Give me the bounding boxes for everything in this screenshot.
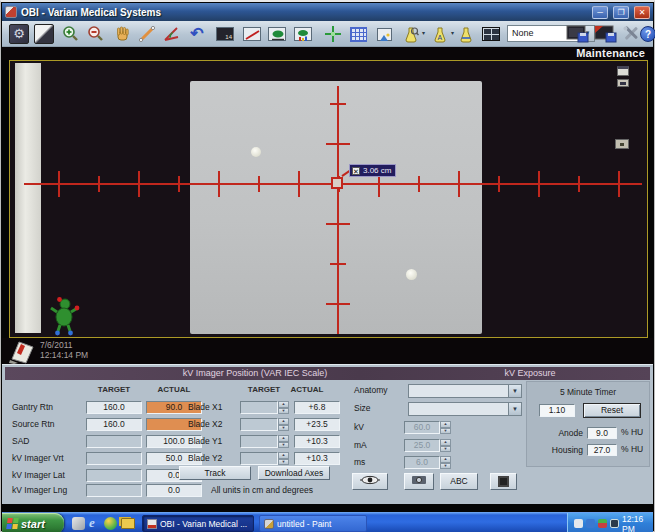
- zoom-out-button[interactable]: [85, 23, 107, 45]
- chevron-down-icon[interactable]: ▼: [508, 403, 521, 415]
- pane-tool-icon[interactable]: [615, 139, 629, 149]
- image-annotation-button[interactable]: [373, 23, 395, 45]
- field-stop-button[interactable]: [490, 473, 517, 490]
- spinner[interactable]: ▲▼: [278, 401, 289, 414]
- spinner-down-icon[interactable]: ▼: [278, 408, 289, 415]
- spinner-down-icon[interactable]: ▼: [278, 459, 289, 466]
- exposure-panel-title: kV Exposure: [445, 367, 615, 380]
- zoom-in-button[interactable]: [60, 23, 82, 45]
- blade-target-field[interactable]: [240, 435, 278, 448]
- target-field[interactable]: 160.0: [86, 401, 142, 414]
- blade-label: Blade Y1: [188, 435, 222, 448]
- film-marker-icon[interactable]: [8, 339, 38, 364]
- chevron-down-icon[interactable]: ▼: [508, 385, 521, 397]
- kv-field[interactable]: 60.0: [404, 421, 440, 434]
- ms-field[interactable]: 6.0: [404, 456, 440, 469]
- spinner[interactable]: ▲▼: [278, 435, 289, 448]
- blade-actual-field[interactable]: +10.3: [294, 452, 340, 465]
- acquisition-zoom-dropdown-icon[interactable]: ▾: [422, 29, 425, 36]
- display-icon[interactable]: [610, 519, 619, 528]
- image-viewer[interactable]: ✕ 3.06 cm: [9, 60, 648, 338]
- measure-distance-button[interactable]: [136, 23, 158, 45]
- settings-button[interactable]: ⚙: [8, 23, 30, 45]
- spinner[interactable]: ▲▼: [278, 452, 289, 465]
- blade-actual-field[interactable]: +23.5: [294, 418, 340, 431]
- anatomy-dropdown[interactable]: ▼: [408, 384, 522, 398]
- download-axes-button[interactable]: Download Axes: [258, 466, 330, 480]
- minimize-button[interactable]: ─: [592, 6, 608, 19]
- network-icon[interactable]: [586, 519, 595, 528]
- restore-button[interactable]: ❐: [613, 6, 629, 19]
- anode-field[interactable]: 9.0: [587, 427, 617, 439]
- pane-screen-icon[interactable]: [617, 79, 629, 87]
- spinner-down-icon[interactable]: ▼: [440, 446, 451, 453]
- target-field[interactable]: 160.0: [86, 418, 142, 431]
- target-field[interactable]: [86, 435, 142, 448]
- target-field[interactable]: [86, 469, 142, 482]
- target-field[interactable]: [86, 452, 142, 465]
- save-image-button[interactable]: [565, 23, 591, 45]
- blade-actual-field[interactable]: +10.3: [294, 435, 340, 448]
- quick-launch-ie-icon[interactable]: e: [89, 515, 95, 531]
- reset-button[interactable]: Reset: [583, 403, 641, 418]
- measure-angle-button[interactable]: [160, 23, 182, 45]
- row-label: Gantry Rtn: [12, 401, 53, 414]
- spinner-down-icon[interactable]: ▼: [440, 463, 451, 470]
- acquire-button[interactable]: [404, 473, 434, 490]
- save-image-marked-button[interactable]: [593, 23, 619, 45]
- acquisition-zoom-button[interactable]: [400, 23, 422, 45]
- spinner-down-icon[interactable]: ▼: [278, 442, 289, 449]
- volume-icon[interactable]: [574, 519, 583, 528]
- blade-target-field[interactable]: [240, 418, 278, 431]
- blade-target-field[interactable]: [240, 452, 278, 465]
- spinner-down-icon[interactable]: ▼: [440, 428, 451, 435]
- track-button[interactable]: Track: [179, 466, 251, 480]
- blade-target-field[interactable]: [240, 401, 278, 414]
- spinner[interactable]: ▲▼: [278, 418, 289, 431]
- crosshair-center-marker[interactable]: [331, 177, 343, 189]
- tooltip-value: 3.06 cm: [363, 166, 391, 175]
- pane-restore-icon[interactable]: [617, 66, 629, 76]
- spinner[interactable]: ▲▼: [440, 421, 451, 434]
- table-icon: [482, 27, 500, 41]
- ma-field[interactable]: 25.0: [404, 439, 440, 452]
- housing-field[interactable]: 27.0: [587, 444, 617, 456]
- shield-icon[interactable]: [598, 519, 607, 528]
- start-button[interactable]: start: [2, 513, 64, 532]
- spinner[interactable]: ▲▼: [440, 456, 451, 469]
- spinner-down-icon[interactable]: ▼: [278, 425, 289, 432]
- taskbar-task-paint[interactable]: untitled - Paint: [259, 515, 367, 532]
- kv-label: kV: [354, 421, 364, 434]
- line-profile-button[interactable]: [241, 23, 263, 45]
- abc-button[interactable]: ABC: [440, 473, 478, 490]
- timer-value-field[interactable]: 1.10: [539, 404, 575, 417]
- roi-ellipse-icon: [268, 27, 286, 41]
- acquisition-a-button[interactable]: A: [429, 23, 451, 45]
- film-frame-button[interactable]: 14: [214, 23, 236, 45]
- close-icon[interactable]: ✕: [352, 167, 360, 175]
- grid-button[interactable]: [347, 23, 369, 45]
- shutter-button[interactable]: [352, 473, 388, 490]
- close-button[interactable]: ✕: [634, 6, 650, 19]
- blade-actual-field[interactable]: +6.8: [294, 401, 340, 414]
- row-label: kV Imager Vrt: [12, 452, 64, 465]
- image-time: 12:14:14 PM: [40, 350, 88, 360]
- roi-statistics-button[interactable]: [292, 23, 314, 45]
- target-field[interactable]: [86, 484, 142, 497]
- window-level-button[interactable]: [33, 23, 55, 45]
- undo-button[interactable]: ↶: [186, 23, 208, 45]
- spinner[interactable]: ▲▼: [440, 439, 451, 452]
- size-dropdown[interactable]: ▼: [408, 402, 522, 416]
- roi-ellipse-button[interactable]: [266, 23, 288, 45]
- pan-button[interactable]: [111, 23, 133, 45]
- protractor-icon: [161, 24, 181, 44]
- data-table-button[interactable]: [480, 23, 502, 45]
- help-button[interactable]: ?: [639, 23, 655, 45]
- quick-launch-folder-icon[interactable]: [121, 518, 135, 529]
- quick-launch-desktop-icon[interactable]: [72, 517, 85, 530]
- acquisition-a-dropdown-icon[interactable]: ▾: [451, 29, 454, 36]
- quick-launch-media-icon[interactable]: [104, 517, 117, 530]
- center-crosshair-button[interactable]: [322, 23, 344, 45]
- acquisition-ruler-button[interactable]: [455, 23, 477, 45]
- taskbar-task-obi[interactable]: OBI - Varian Medical ...: [142, 515, 254, 532]
